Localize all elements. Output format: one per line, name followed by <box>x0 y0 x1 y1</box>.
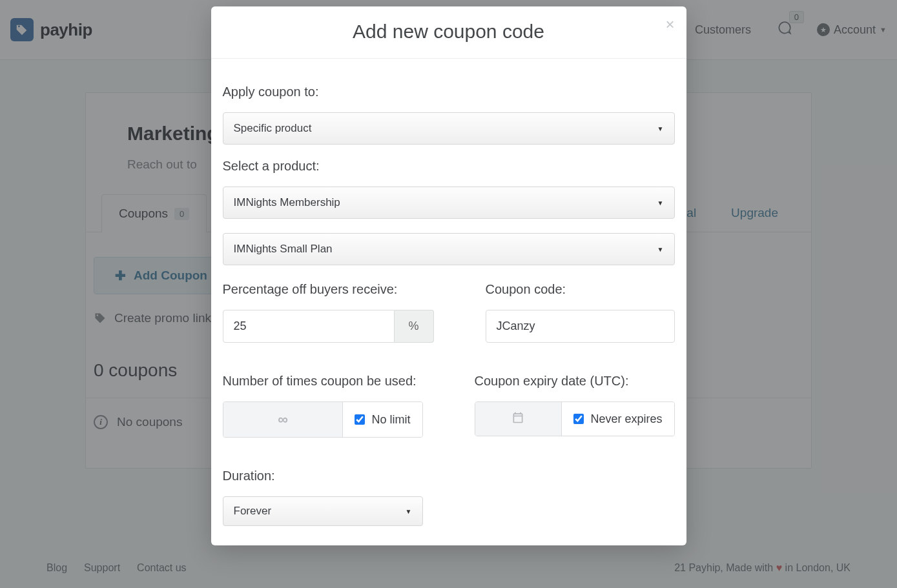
label-expiry: Coupon expiry date (UTC): <box>475 374 675 389</box>
no-limit-checkbox[interactable]: No limit <box>342 402 422 437</box>
label-times: Number of times coupon be used: <box>223 374 423 389</box>
infinity-icon: ∞ <box>278 411 288 428</box>
label-select-product: Select a product: <box>223 159 675 174</box>
times-input-disabled: ∞ <box>223 402 343 437</box>
label-code: Coupon code: <box>486 282 675 297</box>
label-duration: Duration: <box>223 469 675 483</box>
label-apply-to: Apply coupon to: <box>223 85 675 99</box>
select-product[interactable]: IMNights Membership ▼ <box>223 187 675 219</box>
coupon-code-input[interactable] <box>486 310 675 343</box>
select-plan[interactable]: IMNights Small Plan ▼ <box>223 233 675 265</box>
modal-title: Add new coupon code <box>224 21 674 43</box>
percentage-input[interactable] <box>223 310 395 343</box>
chevron-down-icon: ▼ <box>406 508 412 515</box>
calendar-icon <box>511 411 524 427</box>
expiry-input-disabled <box>475 402 562 436</box>
label-percentage: Percentage off buyers receive: <box>223 282 434 297</box>
percent-addon: % <box>395 310 434 343</box>
chevron-down-icon: ▼ <box>657 125 664 132</box>
select-apply-to[interactable]: Specific product ▼ <box>223 112 675 145</box>
chevron-down-icon: ▼ <box>657 246 664 253</box>
modal-overlay[interactable]: Add new coupon code × Apply coupon to: S… <box>0 0 897 588</box>
never-expires-checkbox[interactable]: Never expires <box>561 402 674 436</box>
close-button[interactable]: × <box>665 15 674 34</box>
add-coupon-modal: Add new coupon code × Apply coupon to: S… <box>211 6 686 545</box>
select-duration[interactable]: Forever ▼ <box>223 496 423 526</box>
chevron-down-icon: ▼ <box>657 199 664 207</box>
